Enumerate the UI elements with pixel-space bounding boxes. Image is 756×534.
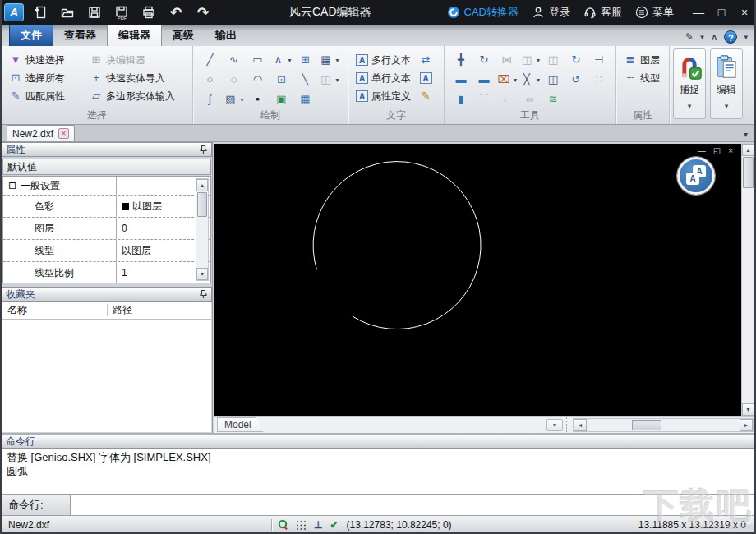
update-block-icon[interactable]: ↻ xyxy=(567,53,585,67)
linetype-button[interactable]: ┄线型 xyxy=(621,69,666,87)
viewport-front-icon[interactable]: ▬ xyxy=(452,73,470,86)
cad-converter-button[interactable]: CAD转换器 xyxy=(447,5,519,20)
hatch-icon[interactable]: ▨▾ xyxy=(222,93,247,106)
tab-advanced[interactable]: 高级 xyxy=(162,25,205,46)
menu-button[interactable]: 菜单 xyxy=(635,5,674,20)
viewport-minimize-icon[interactable]: — xyxy=(698,146,706,155)
polygon-entity-input-button[interactable]: ▱多边形实体输入 xyxy=(87,87,189,105)
document-tabs-chevron-icon[interactable]: ▾ xyxy=(744,130,748,141)
group-icon[interactable]: ◫ xyxy=(544,73,562,86)
layer-merge-icon[interactable]: ≋ xyxy=(544,93,562,106)
drawing-viewport[interactable]: — ◱ × A A xyxy=(214,144,741,416)
scroll-down-icon[interactable]: ▾ xyxy=(196,268,208,280)
text-style-icon[interactable]: A xyxy=(417,69,435,87)
rotate-icon[interactable]: ↻ xyxy=(475,53,493,67)
model-tab[interactable]: Model xyxy=(217,417,264,432)
login-button[interactable]: 登录 xyxy=(532,5,570,20)
new-file-button[interactable] xyxy=(30,2,51,22)
favorites-list[interactable] xyxy=(2,320,211,432)
layers-button[interactable]: ≣图层 xyxy=(621,51,666,69)
redo-button[interactable]: ↷ xyxy=(192,2,214,22)
circle-icon[interactable]: ○ xyxy=(201,73,219,86)
insert-block-icon[interactable]: ⊞ xyxy=(297,53,315,67)
image-icon[interactable]: ▣ xyxy=(273,93,291,106)
snap-button[interactable]: 捕捉 ▾ xyxy=(673,48,706,119)
open-button[interactable] xyxy=(57,2,78,22)
customize-toolbar-icon[interactable]: ✎ xyxy=(685,31,694,43)
customize-dropdown-icon[interactable]: ▾ xyxy=(700,33,704,41)
print-button[interactable] xyxy=(138,2,159,22)
maximize-button[interactable]: □ xyxy=(710,6,733,19)
scroll-down-icon[interactable]: ▾ xyxy=(742,403,754,416)
align-icon[interactable]: ▮ xyxy=(452,93,470,106)
viewport-restore-icon[interactable]: ◱ xyxy=(713,146,721,155)
command-input[interactable] xyxy=(71,495,754,515)
document-tab-close-icon[interactable]: × xyxy=(58,128,69,139)
layout-chevron-icon[interactable]: ▾ xyxy=(546,419,563,431)
single-text-button[interactable]: A单行文本 xyxy=(353,69,413,87)
match-properties-button[interactable]: ✎匹配属性 xyxy=(7,87,79,105)
scrollbar-thumb[interactable] xyxy=(743,157,754,188)
support-button[interactable]: 客服 xyxy=(583,5,622,20)
undo-button[interactable]: ↶ xyxy=(165,2,187,22)
document-tab[interactable]: New2.dxf × xyxy=(7,125,75,141)
mtext-button[interactable]: A多行文本 xyxy=(353,51,413,69)
refresh-block-icon[interactable]: ↺ xyxy=(567,73,585,86)
properties-scrollbar[interactable]: ▴ ▾ xyxy=(196,178,209,281)
property-row-linetype-scale[interactable]: 线型比例 1 xyxy=(3,262,210,283)
property-row-layer[interactable]: 图层 0 xyxy=(3,218,210,240)
translate-button[interactable]: A A xyxy=(677,157,715,195)
command-history[interactable]: 替换 [Geniso.SHX] 字体为 [SIMPLEX.SHX] 圆弧 xyxy=(2,449,754,495)
tab-output[interactable]: 输出 xyxy=(205,25,247,46)
construction-line-icon[interactable]: ╲ xyxy=(297,73,315,86)
minimize-button[interactable]: — xyxy=(687,6,710,19)
trim-icon[interactable]: ╳▾ xyxy=(518,73,542,86)
properties-preset-select[interactable]: 默认值 xyxy=(2,159,211,175)
scroll-up-icon[interactable]: ▴ xyxy=(742,144,754,156)
close-button[interactable]: × xyxy=(733,6,756,19)
point-icon[interactable]: ▪ xyxy=(249,93,267,106)
spline-icon[interactable]: ∫ xyxy=(201,93,219,106)
favorites-column-name[interactable]: 名称 xyxy=(2,304,108,316)
scroll-left-icon[interactable]: ◂ xyxy=(574,419,587,431)
select-all-button[interactable]: ⊡选择所有 xyxy=(7,69,79,87)
polyline-icon[interactable]: ∧▾ xyxy=(270,53,294,67)
arc-icon[interactable]: ◠ xyxy=(249,73,267,86)
move-icon[interactable]: ╋ xyxy=(452,53,470,67)
save-pdf-button[interactable]: PDF xyxy=(111,2,132,22)
canvas-vertical-scrollbar[interactable]: ▴ ▾ xyxy=(741,144,754,416)
viewport-close-icon[interactable]: × xyxy=(728,146,733,155)
snap-dropdown-icon[interactable]: ▾ xyxy=(688,102,692,110)
ortho-icon[interactable]: ⊥ xyxy=(314,520,322,530)
property-row-color[interactable]: 色彩 以图层 xyxy=(3,196,210,218)
help-dropdown-icon[interactable]: ▾ xyxy=(744,33,748,41)
erase-icon[interactable]: ⌧▾ xyxy=(495,73,519,86)
grid-icon[interactable] xyxy=(296,520,307,531)
tab-editor[interactable]: 编辑器 xyxy=(107,25,162,46)
ellipse-icon[interactable]: ◌ xyxy=(225,73,243,86)
align-edge-icon[interactable]: ⊣ xyxy=(590,53,608,67)
save-button[interactable] xyxy=(84,2,105,22)
property-group-row[interactable]: ⊟一般设置 xyxy=(3,177,210,196)
pin-icon[interactable] xyxy=(199,145,208,154)
scrollbar-thumb[interactable] xyxy=(632,420,662,430)
tab-viewer[interactable]: 查看器 xyxy=(53,25,107,46)
rectangle-icon[interactable]: ▭ xyxy=(249,53,267,67)
viewport-back-icon[interactable]: ▬ xyxy=(475,73,493,86)
property-row-linetype[interactable]: 线型 以图层 xyxy=(3,240,210,262)
canvas-horizontal-scrollbar[interactable]: ◂ ▸ xyxy=(573,418,754,432)
help-button[interactable]: ? xyxy=(724,30,737,44)
scrollbar-grip[interactable] xyxy=(565,417,570,433)
edit-dropdown-icon[interactable]: ▾ xyxy=(725,102,729,110)
draft-check-icon[interactable]: ✔ xyxy=(330,520,338,530)
scroll-right-icon[interactable]: ▸ xyxy=(740,419,753,431)
boundary-icon[interactable]: ▦▾ xyxy=(317,53,342,67)
chamfer-icon[interactable]: ⌐ xyxy=(498,93,516,106)
block-reference-icon[interactable]: ⊡ xyxy=(273,73,291,86)
line-icon[interactable]: ╱ xyxy=(201,53,219,67)
quick-entity-import-button[interactable]: +快速实体导入 xyxy=(87,69,189,87)
scroll-up-icon[interactable]: ▴ xyxy=(196,179,208,191)
table-icon[interactable]: ▦ xyxy=(297,93,315,106)
fillet-icon[interactable]: ⌒ xyxy=(475,93,493,106)
pin-icon[interactable] xyxy=(199,289,208,299)
